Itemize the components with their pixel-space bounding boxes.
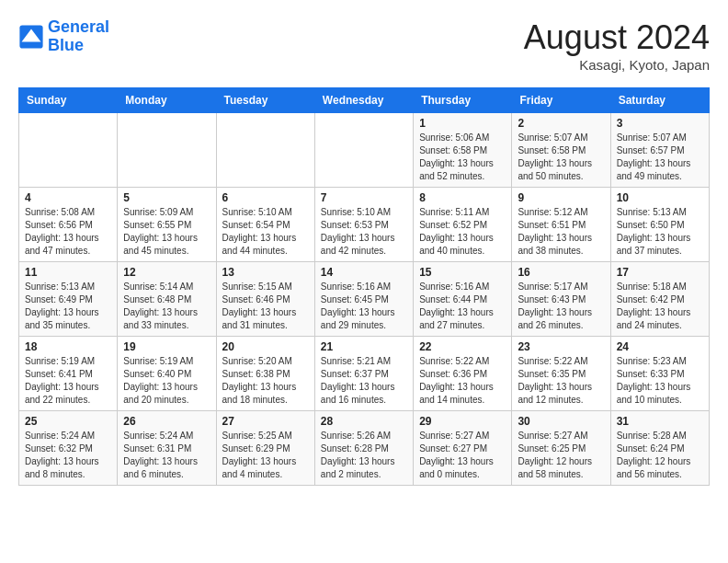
calendar-cell: 18Sunrise: 5:19 AM Sunset: 6:41 PM Dayli… <box>19 337 118 411</box>
day-number: 13 <box>222 266 309 279</box>
day-number: 1 <box>419 117 506 130</box>
day-number: 22 <box>419 340 506 353</box>
weekday-header: Tuesday <box>216 88 314 113</box>
day-number: 28 <box>321 415 407 428</box>
weekday-header: Thursday <box>414 88 512 113</box>
calendar-cell: 12Sunrise: 5:14 AM Sunset: 6:48 PM Dayli… <box>118 262 216 337</box>
day-number: 3 <box>617 117 703 130</box>
day-number: 11 <box>25 266 111 279</box>
weekday-header: Sunday <box>19 88 118 113</box>
weekday-header-row: SundayMondayTuesdayWednesdayThursdayFrid… <box>19 88 710 113</box>
day-info: Sunrise: 5:19 AM Sunset: 6:41 PM Dayligh… <box>25 355 111 407</box>
logo-line2: Blue <box>48 37 109 55</box>
calendar-cell <box>216 113 314 188</box>
day-info: Sunrise: 5:26 AM Sunset: 6:28 PM Dayligh… <box>321 430 407 481</box>
calendar-week-row: 1Sunrise: 5:06 AM Sunset: 6:58 PM Daylig… <box>19 113 710 188</box>
calendar-cell: 28Sunrise: 5:26 AM Sunset: 6:28 PM Dayli… <box>314 411 413 486</box>
calendar-cell: 1Sunrise: 5:06 AM Sunset: 6:58 PM Daylig… <box>414 113 512 188</box>
weekday-header: Saturday <box>610 88 709 113</box>
calendar-cell: 20Sunrise: 5:20 AM Sunset: 6:38 PM Dayli… <box>216 337 314 411</box>
day-info: Sunrise: 5:16 AM Sunset: 6:45 PM Dayligh… <box>321 281 407 332</box>
calendar-week-row: 25Sunrise: 5:24 AM Sunset: 6:32 PM Dayli… <box>19 411 710 486</box>
calendar-cell: 2Sunrise: 5:07 AM Sunset: 6:58 PM Daylig… <box>512 113 610 188</box>
day-info: Sunrise: 5:08 AM Sunset: 6:56 PM Dayligh… <box>25 206 111 258</box>
day-info: Sunrise: 5:28 AM Sunset: 6:24 PM Dayligh… <box>617 430 703 481</box>
calendar-week-row: 11Sunrise: 5:13 AM Sunset: 6:49 PM Dayli… <box>19 262 710 337</box>
day-info: Sunrise: 5:10 AM Sunset: 6:54 PM Dayligh… <box>222 206 309 258</box>
day-info: Sunrise: 5:06 AM Sunset: 6:58 PM Dayligh… <box>419 132 506 183</box>
day-info: Sunrise: 5:17 AM Sunset: 6:43 PM Dayligh… <box>518 281 604 332</box>
calendar-cell: 4Sunrise: 5:08 AM Sunset: 6:56 PM Daylig… <box>19 188 118 262</box>
day-info: Sunrise: 5:22 AM Sunset: 6:36 PM Dayligh… <box>419 355 506 407</box>
day-info: Sunrise: 5:11 AM Sunset: 6:52 PM Dayligh… <box>419 206 506 258</box>
day-info: Sunrise: 5:25 AM Sunset: 6:29 PM Dayligh… <box>222 430 309 481</box>
calendar-cell: 27Sunrise: 5:25 AM Sunset: 6:29 PM Dayli… <box>216 411 314 486</box>
day-number: 17 <box>617 266 703 279</box>
day-info: Sunrise: 5:23 AM Sunset: 6:33 PM Dayligh… <box>617 355 703 407</box>
day-info: Sunrise: 5:27 AM Sunset: 6:27 PM Dayligh… <box>419 430 506 481</box>
location: Kasagi, Kyoto, Japan <box>524 57 710 73</box>
day-info: Sunrise: 5:21 AM Sunset: 6:37 PM Dayligh… <box>321 355 407 407</box>
calendar-week-row: 4Sunrise: 5:08 AM Sunset: 6:56 PM Daylig… <box>19 188 710 262</box>
day-number: 16 <box>518 266 604 279</box>
day-info: Sunrise: 5:27 AM Sunset: 6:25 PM Dayligh… <box>518 430 604 481</box>
day-number: 27 <box>222 415 309 428</box>
day-number: 23 <box>518 340 604 353</box>
logo: General Blue <box>18 18 109 55</box>
day-number: 2 <box>518 117 604 130</box>
day-info: Sunrise: 5:20 AM Sunset: 6:38 PM Dayligh… <box>222 355 309 407</box>
day-info: Sunrise: 5:18 AM Sunset: 6:42 PM Dayligh… <box>617 281 703 332</box>
calendar-cell: 5Sunrise: 5:09 AM Sunset: 6:55 PM Daylig… <box>118 188 216 262</box>
calendar-cell: 3Sunrise: 5:07 AM Sunset: 6:57 PM Daylig… <box>610 113 709 188</box>
day-info: Sunrise: 5:12 AM Sunset: 6:51 PM Dayligh… <box>518 206 604 258</box>
day-number: 7 <box>321 191 407 204</box>
page-header: General Blue August 2024 Kasagi, Kyoto, … <box>18 18 710 73</box>
day-info: Sunrise: 5:10 AM Sunset: 6:53 PM Dayligh… <box>321 206 407 258</box>
day-number: 5 <box>123 191 210 204</box>
calendar-table: SundayMondayTuesdayWednesdayThursdayFrid… <box>18 87 710 486</box>
day-number: 21 <box>321 340 407 353</box>
weekday-header: Wednesday <box>314 88 413 113</box>
logo-icon <box>18 24 44 50</box>
day-info: Sunrise: 5:24 AM Sunset: 6:32 PM Dayligh… <box>25 430 111 481</box>
day-info: Sunrise: 5:22 AM Sunset: 6:35 PM Dayligh… <box>518 355 604 407</box>
day-number: 18 <box>25 340 111 353</box>
calendar-cell: 11Sunrise: 5:13 AM Sunset: 6:49 PM Dayli… <box>19 262 118 337</box>
calendar-cell: 13Sunrise: 5:15 AM Sunset: 6:46 PM Dayli… <box>216 262 314 337</box>
weekday-header: Friday <box>512 88 610 113</box>
day-info: Sunrise: 5:24 AM Sunset: 6:31 PM Dayligh… <box>123 430 210 481</box>
calendar-cell: 21Sunrise: 5:21 AM Sunset: 6:37 PM Dayli… <box>314 337 413 411</box>
day-number: 19 <box>123 340 210 353</box>
calendar-cell: 10Sunrise: 5:13 AM Sunset: 6:50 PM Dayli… <box>610 188 709 262</box>
calendar-cell: 23Sunrise: 5:22 AM Sunset: 6:35 PM Dayli… <box>512 337 610 411</box>
day-number: 9 <box>518 191 604 204</box>
calendar-cell: 9Sunrise: 5:12 AM Sunset: 6:51 PM Daylig… <box>512 188 610 262</box>
calendar-cell: 29Sunrise: 5:27 AM Sunset: 6:27 PM Dayli… <box>414 411 512 486</box>
day-number: 24 <box>617 340 703 353</box>
calendar-cell: 30Sunrise: 5:27 AM Sunset: 6:25 PM Dayli… <box>512 411 610 486</box>
day-number: 4 <box>25 191 111 204</box>
calendar-cell: 17Sunrise: 5:18 AM Sunset: 6:42 PM Dayli… <box>610 262 709 337</box>
day-number: 15 <box>419 266 506 279</box>
day-number: 10 <box>617 191 703 204</box>
day-number: 26 <box>123 415 210 428</box>
calendar-cell: 26Sunrise: 5:24 AM Sunset: 6:31 PM Dayli… <box>118 411 216 486</box>
month-title: August 2024 <box>524 18 710 57</box>
day-number: 14 <box>321 266 407 279</box>
calendar-cell <box>19 113 118 188</box>
calendar-cell <box>314 113 413 188</box>
calendar-cell: 25Sunrise: 5:24 AM Sunset: 6:32 PM Dayli… <box>19 411 118 486</box>
day-number: 12 <box>123 266 210 279</box>
calendar-cell: 6Sunrise: 5:10 AM Sunset: 6:54 PM Daylig… <box>216 188 314 262</box>
day-info: Sunrise: 5:16 AM Sunset: 6:44 PM Dayligh… <box>419 281 506 332</box>
calendar-cell: 16Sunrise: 5:17 AM Sunset: 6:43 PM Dayli… <box>512 262 610 337</box>
day-number: 31 <box>617 415 703 428</box>
day-info: Sunrise: 5:09 AM Sunset: 6:55 PM Dayligh… <box>123 206 210 258</box>
calendar-cell: 31Sunrise: 5:28 AM Sunset: 6:24 PM Dayli… <box>610 411 709 486</box>
calendar-cell <box>118 113 216 188</box>
calendar-cell: 22Sunrise: 5:22 AM Sunset: 6:36 PM Dayli… <box>414 337 512 411</box>
day-info: Sunrise: 5:15 AM Sunset: 6:46 PM Dayligh… <box>222 281 309 332</box>
day-number: 30 <box>518 415 604 428</box>
day-info: Sunrise: 5:13 AM Sunset: 6:49 PM Dayligh… <box>25 281 111 332</box>
day-number: 29 <box>419 415 506 428</box>
